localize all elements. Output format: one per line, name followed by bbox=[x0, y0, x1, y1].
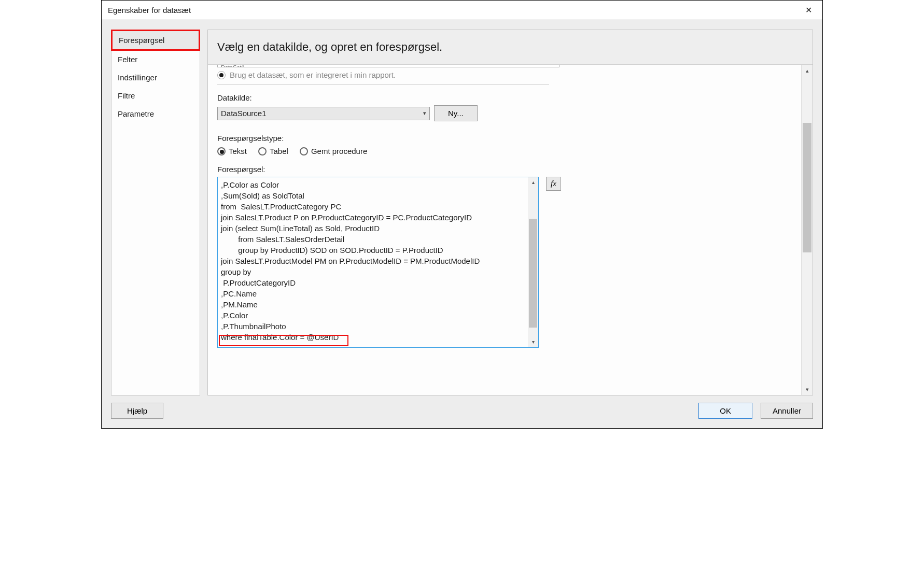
scroll-thumb[interactable] bbox=[529, 219, 537, 328]
datasource-value: DataSource1 bbox=[221, 109, 267, 118]
query-type-table[interactable]: Tabel bbox=[258, 147, 288, 155]
fx-icon: fx bbox=[551, 179, 556, 188]
chevron-down-icon: ▾ bbox=[423, 110, 426, 117]
query-type-label: Forespørgselstype: bbox=[217, 134, 792, 143]
embed-dataset-label: Brug et datasæt, som er integreret i min… bbox=[230, 70, 396, 79]
query-type-table-label: Tabel bbox=[270, 147, 288, 155]
query-type-sproc-label: Gemt procedure bbox=[311, 147, 367, 155]
query-textarea[interactable]: ,P.Color as Color ,Sum(Sold) as SoldTota… bbox=[217, 177, 539, 348]
window-title: Egenskaber for datasæt bbox=[108, 6, 191, 15]
radio-icon bbox=[258, 147, 267, 155]
sidebar-tab-parameters[interactable]: Parametre bbox=[111, 105, 200, 123]
query-label: Forespørgsel: bbox=[217, 165, 792, 174]
sidebar-tab-settings[interactable]: Indstillinger bbox=[111, 68, 200, 87]
new-datasource-button[interactable]: Ny... bbox=[434, 105, 478, 121]
scroll-up-icon[interactable]: ▴ bbox=[528, 177, 538, 188]
datasource-dropdown[interactable]: DataSource1 ▾ bbox=[217, 107, 430, 120]
radio-icon bbox=[300, 147, 308, 155]
dialog-body: Forespørgsel Felter Indstillinger Filtre… bbox=[102, 20, 822, 428]
scroll-down-icon[interactable]: ▾ bbox=[802, 384, 813, 395]
query-type-sproc[interactable]: Gemt procedure bbox=[300, 147, 367, 155]
embed-dataset-option[interactable]: Brug et datasæt, som er integreret i min… bbox=[217, 70, 792, 79]
ok-button[interactable]: OK bbox=[698, 403, 752, 419]
main-panel: Vælg en datakilde, og opret en forespørg… bbox=[207, 30, 813, 395]
query-text-content: ,P.Color as Color ,Sum(Sold) as SoldTota… bbox=[218, 177, 528, 347]
radio-icon bbox=[217, 147, 226, 155]
query-type-text-label: Tekst bbox=[229, 147, 247, 155]
page-heading: Vælg en datakilde, og opret en forespørg… bbox=[217, 40, 803, 54]
panel-scrollbar[interactable]: ▴ ▾ bbox=[801, 65, 813, 395]
query-type-text[interactable]: Tekst bbox=[217, 147, 247, 155]
expression-button[interactable]: fx bbox=[546, 177, 561, 191]
close-icon[interactable]: ✕ bbox=[801, 4, 816, 16]
query-scrollbar[interactable]: ▴ ▾ bbox=[528, 177, 538, 347]
scroll-up-icon[interactable]: ▴ bbox=[802, 65, 813, 76]
sidebar-tab-query[interactable]: Forespørgsel bbox=[113, 31, 199, 49]
sidebar-tab-filters[interactable]: Filtre bbox=[111, 87, 200, 105]
scroll-thumb[interactable] bbox=[803, 123, 811, 252]
heading-area: Vælg en datakilde, og opret en forespørg… bbox=[208, 30, 813, 65]
dataset-name-field[interactable]: DataSet1 bbox=[217, 65, 559, 67]
divider bbox=[217, 84, 549, 85]
dialog-footer: Hjælp OK Annuller bbox=[111, 403, 813, 419]
datasource-label: Datakilde: bbox=[217, 93, 792, 102]
cancel-button[interactable]: Annuller bbox=[761, 403, 813, 419]
titlebar: Egenskaber for datasæt ✕ bbox=[102, 1, 822, 20]
scroll-down-icon[interactable]: ▾ bbox=[528, 337, 538, 347]
dialog-window: Egenskaber for datasæt ✕ Forespørgsel Fe… bbox=[101, 0, 823, 429]
sidebar-tab-fields[interactable]: Felter bbox=[111, 50, 200, 68]
radio-icon bbox=[217, 71, 226, 79]
help-button[interactable]: Hjælp bbox=[111, 403, 163, 419]
sidebar-tabs: Forespørgsel Felter Indstillinger Filtre… bbox=[111, 30, 200, 395]
